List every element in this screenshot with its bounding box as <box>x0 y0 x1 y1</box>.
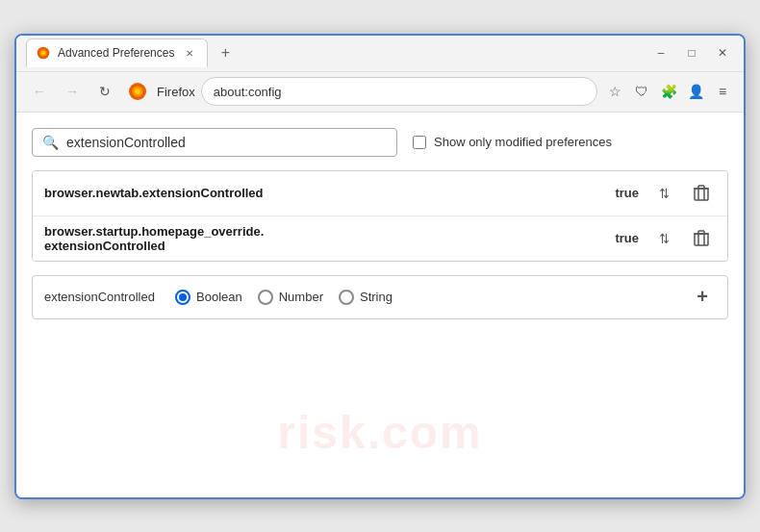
svg-rect-6 <box>695 189 708 200</box>
type-boolean-option[interactable]: Boolean <box>175 290 242 305</box>
new-pref-name: extensionControlled <box>44 290 160 304</box>
trash-icon-1 <box>694 185 709 202</box>
tab-title: Advanced Preferences <box>58 46 174 60</box>
type-string-option[interactable]: String <box>339 290 393 305</box>
toolbar: ← → ↻ Firefox about:config ☆ 🛡 🧩 👤 ≡ <box>16 72 744 113</box>
delete-button-2[interactable] <box>687 224 716 253</box>
show-modified-label[interactable]: Show only modified preferences <box>413 135 612 149</box>
svg-rect-13 <box>695 234 708 245</box>
pref-actions-1: ⇄ <box>650 179 716 208</box>
pref-name-1: browser.newtab.extensionControlled <box>44 186 615 200</box>
new-tab-button[interactable]: + <box>214 41 237 64</box>
reset-button-2[interactable]: ⇄ <box>650 224 679 253</box>
bookmark-icon[interactable]: ☆ <box>603 80 626 103</box>
svg-point-5 <box>135 89 140 94</box>
watermark: risk.com <box>277 406 482 459</box>
tab-bar: Advanced Preferences ✕ + <box>26 38 649 67</box>
add-preference-row: extensionControlled Boolean Number Strin… <box>32 275 728 319</box>
search-wrapper[interactable]: 🔍 <box>32 128 397 157</box>
address-bar[interactable]: about:config <box>201 77 597 106</box>
active-tab[interactable]: Advanced Preferences ✕ <box>26 38 208 67</box>
string-label: String <box>360 290 393 304</box>
reset-button-1[interactable]: ⇄ <box>650 179 679 208</box>
boolean-radio-circle <box>175 290 190 305</box>
browser-label: Firefox <box>157 85 195 99</box>
window-controls: – □ ✕ <box>649 41 734 64</box>
preferences-table: browser.newtab.extensionControlled true … <box>32 170 728 262</box>
svg-point-2 <box>41 51 45 55</box>
browser-window: Advanced Preferences ✕ + – □ ✕ ← → ↻ Fir… <box>14 34 746 499</box>
pref-name-2: browser.startup.homepage_override.extens… <box>44 224 615 253</box>
toolbar-icons: ☆ 🛡 🧩 👤 ≡ <box>603 80 734 103</box>
menu-icon[interactable]: ≡ <box>711 80 734 103</box>
address-text: about:config <box>214 85 282 99</box>
tab-favicon <box>37 46 50 60</box>
pocket-icon[interactable]: 🛡 <box>630 80 653 103</box>
number-label: Number <box>279 290 323 304</box>
delete-button-1[interactable] <box>687 179 716 208</box>
number-radio-circle <box>258 290 273 305</box>
pref-value-1: true <box>615 186 639 200</box>
type-radio-group: Boolean Number String <box>175 290 673 305</box>
pref-value-2: true <box>615 231 639 245</box>
maximize-button[interactable]: □ <box>680 41 703 64</box>
show-modified-checkbox[interactable] <box>413 136 426 149</box>
tab-close-button[interactable]: ✕ <box>182 45 197 61</box>
window-close-button[interactable]: ✕ <box>711 41 734 64</box>
extension-icon[interactable]: 🧩 <box>657 80 680 103</box>
table-row[interactable]: browser.startup.homepage_override.extens… <box>33 216 727 261</box>
reload-button[interactable]: ↻ <box>91 78 118 105</box>
trash-icon-2 <box>694 230 709 247</box>
search-icon: 🔍 <box>42 135 59 150</box>
profile-icon[interactable]: 👤 <box>684 80 707 103</box>
swap-icon-1: ⇄ <box>657 188 672 199</box>
search-input[interactable] <box>66 135 387 150</box>
add-preference-button[interactable]: + <box>689 284 716 311</box>
type-number-option[interactable]: Number <box>258 290 323 305</box>
boolean-label: Boolean <box>196 290 242 304</box>
forward-button[interactable]: → <box>59 78 86 105</box>
show-modified-text: Show only modified preferences <box>434 135 612 149</box>
search-bar: 🔍 Show only modified preferences <box>32 128 728 157</box>
content-area: 🔍 Show only modified preferences browser… <box>16 113 744 497</box>
back-button[interactable]: ← <box>26 78 53 105</box>
minimize-button[interactable]: – <box>649 41 672 64</box>
title-bar: Advanced Preferences ✕ + – □ ✕ <box>16 36 744 72</box>
table-row[interactable]: browser.newtab.extensionControlled true … <box>33 171 727 216</box>
string-radio-circle <box>339 290 354 305</box>
pref-actions-2: ⇄ <box>650 224 716 253</box>
swap-icon-2: ⇄ <box>657 233 672 244</box>
firefox-logo <box>128 82 147 101</box>
